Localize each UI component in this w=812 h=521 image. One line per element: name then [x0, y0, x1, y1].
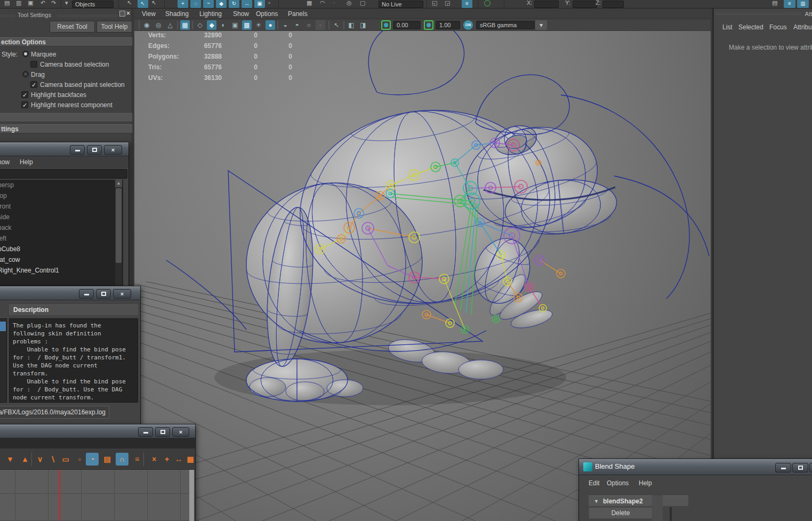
- viewport-menu-options[interactable]: Options: [256, 9, 278, 19]
- fbx-message-list[interactable]: [0, 318, 7, 403]
- z-coordinate-field[interactable]: [602, 1, 624, 8]
- select-tool-icon[interactable]: +: [178, 0, 188, 8]
- drag-label[interactable]: Drag: [31, 71, 45, 79]
- screen-space-ao-icon[interactable]: ◓: [292, 20, 302, 30]
- select-by-component-icon[interactable]: ↖: [151, 0, 156, 9]
- move-key-down-icon[interactable]: ▼: [4, 453, 17, 466]
- wireframe-display-icon[interactable]: ◇: [195, 20, 205, 30]
- maximize-button[interactable]: [792, 463, 808, 472]
- select-by-object-icon[interactable]: ↖: [138, 0, 148, 8]
- color-space-dropdown[interactable]: sRGB gamma: [476, 21, 535, 29]
- move-nearest-key-icon[interactable]: ↔: [172, 453, 185, 466]
- scrollbar-thumb[interactable]: [116, 188, 122, 263]
- close-button[interactable]: ×: [172, 427, 189, 437]
- rotate-tool-icon[interactable]: ↻: [229, 0, 239, 8]
- outliner-search-input[interactable]: [0, 169, 127, 179]
- y-coordinate-field[interactable]: [573, 1, 597, 8]
- channel-box-toggle-icon[interactable]: ≡: [784, 0, 795, 8]
- wireframe-on-shaded-icon[interactable]: ◐: [219, 20, 228, 30]
- exposure-field[interactable]: 0.00: [393, 21, 421, 29]
- tool-settings-header[interactable]: Tool Settings ×: [0, 11, 132, 20]
- highlight-nearest-component-checkbox[interactable]: ✓: [21, 101, 28, 108]
- outliner-scrollbar[interactable]: ▲: [115, 180, 122, 291]
- paint-select-tool-icon[interactable]: ~: [203, 0, 214, 8]
- selection-mask-dropdown[interactable]: Objects: [72, 1, 114, 8]
- single-pane-layout-icon[interactable]: ◧: [347, 20, 356, 30]
- viewport-menu-show[interactable]: Show: [233, 9, 249, 19]
- lasso-tool-icon[interactable]: ◌: [190, 0, 201, 8]
- camera-based-paint-selection-label[interactable]: Camera based paint selection: [40, 81, 125, 89]
- fbx-log-path-field[interactable]: ya/FBX/Logs/2016.0/maya2016exp.log: [0, 406, 109, 419]
- viewport-menu-panels[interactable]: Panels: [288, 9, 308, 19]
- graph-editor-curve-area[interactable]: [0, 470, 194, 521]
- panel-drag-handle[interactable]: [1, 15, 15, 17]
- highlight-nearest-component-label[interactable]: Highlight nearest component: [31, 101, 112, 109]
- viewport-menu-lighting[interactable]: Lighting: [199, 9, 222, 19]
- sidebar-stack-icon[interactable]: ▤: [772, 0, 777, 9]
- current-time-cursor[interactable]: [59, 470, 60, 521]
- maximize-button[interactable]: [87, 145, 102, 155]
- minimize-button[interactable]: [138, 427, 153, 437]
- close-button[interactable]: ×: [113, 289, 131, 299]
- shadows-icon[interactable]: ◒: [280, 20, 290, 30]
- outliner-item-back[interactable]: back: [0, 222, 123, 233]
- collapsed-section-header[interactable]: [0, 113, 132, 122]
- blend-shape-titlebar[interactable]: Blend Shape ×: [579, 459, 812, 475]
- selection-mode-dropdown-icon[interactable]: ▾: [65, 0, 68, 9]
- lock-tangent-icon[interactable]: ▫: [73, 453, 86, 466]
- marquee-label[interactable]: Marquee: [31, 51, 56, 59]
- marquee-radio[interactable]: [22, 51, 29, 57]
- textured-display-icon[interactable]: ▩: [242, 20, 252, 30]
- gamma-field[interactable]: 1.00: [436, 21, 460, 29]
- close-button[interactable]: ×: [809, 463, 812, 472]
- outliner-menu-help[interactable]: Help: [20, 156, 33, 168]
- outliner-item-fat-cow[interactable]: fat_cow: [0, 254, 123, 265]
- redo-icon[interactable]: ↷: [51, 0, 56, 9]
- open-render-view-icon[interactable]: ◲: [445, 0, 450, 9]
- list-input-operations-icon[interactable]: ≡: [462, 0, 472, 8]
- close-button[interactable]: ×: [104, 145, 122, 155]
- fbx-description-box[interactable]: The plug-in has found the following skin…: [9, 318, 138, 403]
- tool-help-button[interactable]: Tool Help: [97, 21, 132, 33]
- spline-tangent-icon[interactable]: ∨: [34, 453, 46, 466]
- minimize-button[interactable]: [775, 463, 791, 472]
- unify-tangents-icon[interactable]: +: [160, 453, 173, 466]
- snap-to-point-icon[interactable]: ·: [333, 0, 335, 9]
- maximize-button[interactable]: [155, 427, 170, 437]
- outliner-item-side[interactable]: side: [0, 212, 123, 222]
- panel-drag-handle[interactable]: [716, 13, 801, 15]
- camera-based-selection-label[interactable]: Camera based selection: [40, 61, 109, 69]
- ae-menu-attributes[interactable]: Attribut: [793, 22, 812, 32]
- live-surface-field[interactable]: No Live Surface: [379, 1, 423, 8]
- snap-to-grid-icon[interactable]: ▦: [307, 0, 312, 9]
- default-material-icon[interactable]: ▣: [230, 20, 240, 30]
- outliner-item-persp[interactable]: persp: [0, 180, 123, 190]
- multisampling-icon[interactable]: ▫: [316, 20, 325, 30]
- float-panel-icon[interactable]: [119, 11, 125, 17]
- outliner-item-front[interactable]: front: [0, 201, 123, 212]
- selection-options-section-header[interactable]: ection Options: [0, 37, 132, 46]
- outliner-titlebar[interactable]: ×: [0, 142, 128, 156]
- camera-based-paint-selection-checkbox[interactable]: ✓: [30, 81, 37, 88]
- ae-menu-list[interactable]: List: [722, 22, 733, 32]
- outliner-item-left[interactable]: left: [0, 233, 123, 244]
- construction-history-icon[interactable]: ◱: [432, 0, 437, 9]
- shaded-display-icon[interactable]: ◆: [207, 20, 216, 30]
- highlight-backfaces-checkbox[interactable]: ✓: [21, 91, 28, 98]
- blend-shape-menu-help[interactable]: Help: [639, 478, 652, 488]
- fbx-message-list-selected-item[interactable]: [0, 322, 6, 331]
- graph-editor-scrollbar[interactable]: [189, 470, 194, 521]
- panel-drag-handle[interactable]: [58, 15, 117, 17]
- grid-toggle-icon[interactable]: ▦: [180, 20, 190, 30]
- perspective-viewport[interactable]: View Shading Lighting Show Options Panel…: [134, 9, 711, 521]
- maximize-button[interactable]: [96, 289, 111, 299]
- tool-extra-icon[interactable]: ▫: [268, 0, 270, 9]
- collapse-triangle-icon[interactable]: ▼: [594, 496, 599, 507]
- motion-blur-icon[interactable]: ○: [304, 20, 313, 30]
- ae-menu-selected[interactable]: Selected: [738, 22, 763, 32]
- new-scene-icon[interactable]: ▤: [4, 0, 10, 9]
- normalize-curves-icon[interactable]: ∩: [116, 453, 128, 466]
- break-tangents-icon[interactable]: ×: [148, 453, 160, 466]
- snap-to-curve-icon[interactable]: ◠: [320, 0, 325, 9]
- make-live-icon[interactable]: ▢: [360, 0, 365, 9]
